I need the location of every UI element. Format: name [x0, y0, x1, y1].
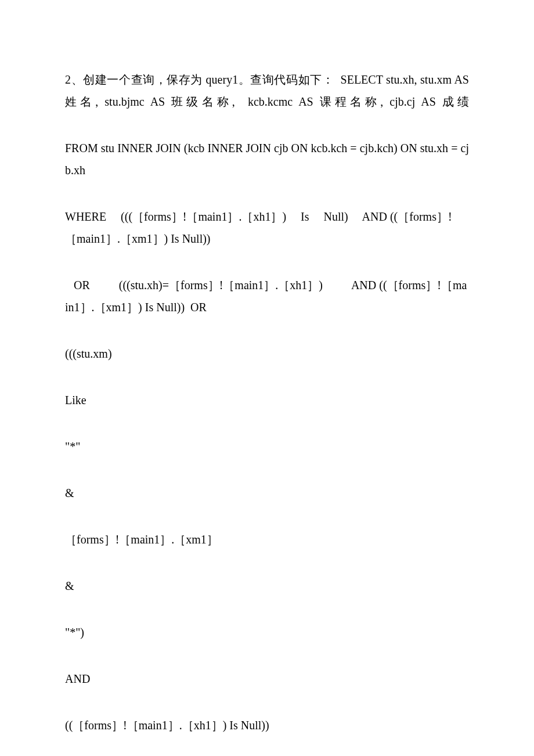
paragraph: &	[65, 575, 469, 597]
paragraph: Like	[65, 389, 469, 411]
paragraph: ((［forms］!［main1］.［xh1］) Is Null))	[65, 714, 469, 736]
document-page: 2、创建一个查询，保存为 query1。查询代码如下： SELECT stu.x…	[0, 0, 534, 756]
paragraph: FROM stu INNER JOIN (kcb INNER JOIN cjb …	[65, 137, 469, 181]
paragraph: "*")	[65, 621, 469, 643]
paragraph: 2、创建一个查询，保存为 query1。查询代码如下： SELECT stu.x…	[65, 69, 469, 113]
paragraph: ［forms］!［main1］.［xm1］	[65, 528, 469, 550]
paragraph: AND	[65, 668, 469, 690]
paragraph: OR (((stu.xh)=［forms］!［main1］.［xh1］) AND…	[65, 274, 469, 318]
paragraph: WHERE (((［forms］!［main1］.［xh1］) Is Null)…	[65, 206, 469, 250]
paragraph: &	[65, 482, 469, 504]
paragraph: "*"	[65, 435, 469, 458]
paragraph: (((stu.xm)	[65, 343, 469, 365]
